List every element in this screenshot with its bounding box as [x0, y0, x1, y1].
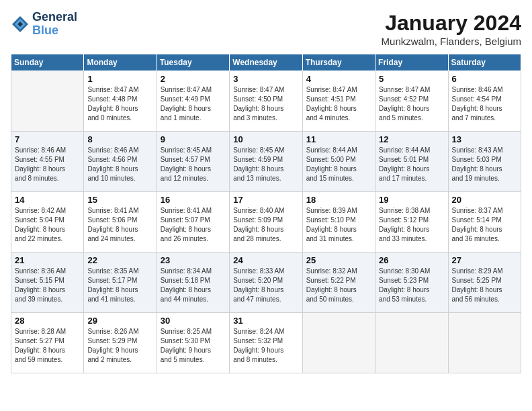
month-title: January 2024 [382, 11, 521, 36]
calendar-cell: 26Sunrise: 8:30 AM Sunset: 5:23 PM Dayli… [375, 253, 448, 313]
cell-info: Sunrise: 8:47 AM Sunset: 4:49 PM Dayligh… [161, 85, 226, 123]
calendar-cell: 30Sunrise: 8:25 AM Sunset: 5:30 PM Dayli… [157, 313, 229, 373]
cell-info: Sunrise: 8:40 AM Sunset: 5:09 PM Dayligh… [233, 206, 298, 244]
calendar-cell [448, 313, 521, 373]
calendar-cell: 29Sunrise: 8:26 AM Sunset: 5:29 PM Dayli… [84, 313, 157, 373]
calendar-cell: 8Sunrise: 8:46 AM Sunset: 4:56 PM Daylig… [84, 132, 157, 192]
day-number: 24 [233, 255, 298, 265]
calendar-cell: 23Sunrise: 8:34 AM Sunset: 5:18 PM Dayli… [157, 253, 229, 313]
cell-info: Sunrise: 8:25 AM Sunset: 5:30 PM Dayligh… [161, 327, 226, 365]
cell-info: Sunrise: 8:32 AM Sunset: 5:22 PM Dayligh… [306, 267, 371, 304]
logo: General Blue [11, 11, 77, 38]
calendar-cell: 24Sunrise: 8:33 AM Sunset: 5:20 PM Dayli… [230, 253, 302, 313]
weekday-header-wednesday: Wednesday [230, 54, 302, 71]
location-subtitle: Munkzwalm, Flanders, Belgium [382, 36, 521, 47]
cell-info: Sunrise: 8:46 AM Sunset: 4:55 PM Dayligh… [15, 146, 80, 183]
calendar-cell: 4Sunrise: 8:47 AM Sunset: 4:51 PM Daylig… [302, 71, 375, 132]
day-number: 20 [452, 195, 517, 205]
day-number: 8 [87, 134, 152, 144]
calendar-week-row-5: 28Sunrise: 8:28 AM Sunset: 5:27 PM Dayli… [11, 313, 521, 373]
calendar-cell [302, 313, 375, 373]
calendar-cell: 6Sunrise: 8:46 AM Sunset: 4:54 PM Daylig… [448, 71, 521, 132]
calendar-cell [11, 71, 84, 132]
cell-info: Sunrise: 8:47 AM Sunset: 4:51 PM Dayligh… [306, 85, 371, 123]
calendar-week-row-1: 1Sunrise: 8:47 AM Sunset: 4:48 PM Daylig… [11, 71, 521, 132]
calendar-cell: 1Sunrise: 8:47 AM Sunset: 4:48 PM Daylig… [84, 71, 157, 132]
calendar-week-row-4: 21Sunrise: 8:36 AM Sunset: 5:15 PM Dayli… [11, 253, 521, 313]
day-number: 28 [15, 316, 80, 326]
cell-info: Sunrise: 8:41 AM Sunset: 5:06 PM Dayligh… [87, 206, 152, 244]
cell-info: Sunrise: 8:24 AM Sunset: 5:32 PM Dayligh… [233, 327, 298, 365]
cell-info: Sunrise: 8:44 AM Sunset: 5:01 PM Dayligh… [379, 146, 444, 183]
cell-info: Sunrise: 8:46 AM Sunset: 4:54 PM Dayligh… [452, 85, 517, 123]
day-number: 14 [15, 195, 80, 205]
calendar-week-row-3: 14Sunrise: 8:42 AM Sunset: 5:04 PM Dayli… [11, 192, 521, 253]
calendar-cell: 31Sunrise: 8:24 AM Sunset: 5:32 PM Dayli… [230, 313, 302, 373]
calendar-cell: 22Sunrise: 8:35 AM Sunset: 5:17 PM Dayli… [84, 253, 157, 313]
cell-info: Sunrise: 8:43 AM Sunset: 5:03 PM Dayligh… [452, 146, 517, 183]
cell-info: Sunrise: 8:33 AM Sunset: 5:20 PM Dayligh… [233, 267, 298, 304]
day-number: 30 [161, 316, 226, 326]
day-number: 16 [161, 195, 226, 205]
day-number: 15 [87, 195, 152, 205]
day-number: 11 [306, 134, 371, 144]
calendar-cell: 27Sunrise: 8:29 AM Sunset: 5:25 PM Dayli… [448, 253, 521, 313]
logo-text: General Blue [32, 11, 77, 38]
weekday-header-friday: Friday [375, 54, 448, 71]
day-number: 12 [379, 134, 444, 144]
day-number: 23 [161, 255, 226, 265]
calendar-cell: 19Sunrise: 8:38 AM Sunset: 5:12 PM Dayli… [375, 192, 448, 253]
day-number: 25 [306, 255, 371, 265]
cell-info: Sunrise: 8:47 AM Sunset: 4:50 PM Dayligh… [233, 85, 298, 123]
cell-info: Sunrise: 8:34 AM Sunset: 5:18 PM Dayligh… [161, 267, 226, 304]
day-number: 2 [161, 74, 226, 84]
cell-info: Sunrise: 8:41 AM Sunset: 5:07 PM Dayligh… [161, 206, 226, 244]
calendar-cell: 3Sunrise: 8:47 AM Sunset: 4:50 PM Daylig… [230, 71, 302, 132]
calendar-cell: 7Sunrise: 8:46 AM Sunset: 4:55 PM Daylig… [11, 132, 84, 192]
day-number: 26 [379, 255, 444, 265]
day-number: 21 [15, 255, 80, 265]
calendar-cell: 25Sunrise: 8:32 AM Sunset: 5:22 PM Dayli… [302, 253, 375, 313]
calendar-cell: 10Sunrise: 8:45 AM Sunset: 4:59 PM Dayli… [230, 132, 302, 192]
calendar-cell: 28Sunrise: 8:28 AM Sunset: 5:27 PM Dayli… [11, 313, 84, 373]
weekday-header-thursday: Thursday [302, 54, 375, 71]
day-number: 13 [452, 134, 517, 144]
cell-info: Sunrise: 8:39 AM Sunset: 5:10 PM Dayligh… [306, 206, 371, 244]
day-number: 17 [233, 195, 298, 205]
calendar-table: SundayMondayTuesdayWednesdayThursdayFrid… [11, 54, 521, 373]
logo-icon [11, 15, 30, 34]
day-number: 3 [233, 74, 298, 84]
calendar-cell: 5Sunrise: 8:47 AM Sunset: 4:52 PM Daylig… [375, 71, 448, 132]
calendar-cell: 2Sunrise: 8:47 AM Sunset: 4:49 PM Daylig… [157, 71, 229, 132]
calendar-cell: 14Sunrise: 8:42 AM Sunset: 5:04 PM Dayli… [11, 192, 84, 253]
cell-info: Sunrise: 8:45 AM Sunset: 4:59 PM Dayligh… [233, 146, 298, 183]
title-block: January 2024 Munkzwalm, Flanders, Belgiu… [382, 11, 521, 47]
cell-info: Sunrise: 8:30 AM Sunset: 5:23 PM Dayligh… [379, 267, 444, 304]
weekday-header-sunday: Sunday [11, 54, 84, 71]
day-number: 6 [452, 74, 517, 84]
cell-info: Sunrise: 8:28 AM Sunset: 5:27 PM Dayligh… [15, 327, 80, 365]
calendar-cell: 17Sunrise: 8:40 AM Sunset: 5:09 PM Dayli… [230, 192, 302, 253]
day-number: 4 [306, 74, 371, 84]
cell-info: Sunrise: 8:46 AM Sunset: 4:56 PM Dayligh… [87, 146, 152, 183]
cell-info: Sunrise: 8:38 AM Sunset: 5:12 PM Dayligh… [379, 206, 444, 244]
cell-info: Sunrise: 8:36 AM Sunset: 5:15 PM Dayligh… [15, 267, 80, 304]
weekday-header-tuesday: Tuesday [157, 54, 229, 71]
day-number: 22 [87, 255, 152, 265]
day-number: 5 [379, 74, 444, 84]
cell-info: Sunrise: 8:47 AM Sunset: 4:48 PM Dayligh… [87, 85, 152, 123]
calendar-cell: 13Sunrise: 8:43 AM Sunset: 5:03 PM Dayli… [448, 132, 521, 192]
weekday-header-saturday: Saturday [448, 54, 521, 71]
cell-info: Sunrise: 8:47 AM Sunset: 4:52 PM Dayligh… [379, 85, 444, 123]
weekday-header-row: SundayMondayTuesdayWednesdayThursdayFrid… [11, 54, 521, 71]
calendar-cell: 21Sunrise: 8:36 AM Sunset: 5:15 PM Dayli… [11, 253, 84, 313]
page-header: General Blue January 2024 Munkzwalm, Fla… [11, 11, 521, 47]
day-number: 19 [379, 195, 444, 205]
day-number: 29 [87, 316, 152, 326]
cell-info: Sunrise: 8:29 AM Sunset: 5:25 PM Dayligh… [452, 267, 517, 304]
weekday-header-monday: Monday [84, 54, 157, 71]
day-number: 27 [452, 255, 517, 265]
day-number: 9 [161, 134, 226, 144]
day-number: 18 [306, 195, 371, 205]
day-number: 10 [233, 134, 298, 144]
